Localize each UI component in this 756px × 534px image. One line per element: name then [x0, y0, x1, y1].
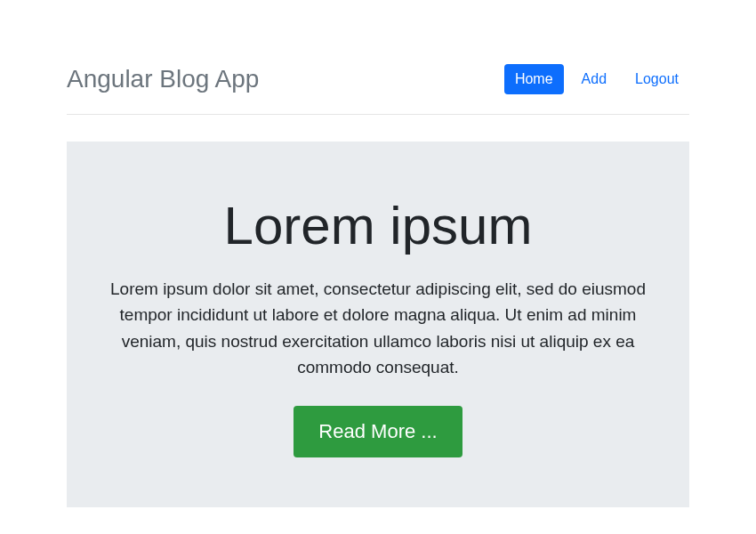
post-title: Lorem ipsum — [102, 195, 654, 256]
nav-links: Home Add Logout — [504, 64, 689, 94]
brand-title: Angular Blog App — [67, 65, 259, 93]
post-body: Lorem ipsum dolor sit amet, consectetur … — [102, 276, 654, 381]
read-more-button[interactable]: Read More ... — [294, 406, 462, 457]
page-container: Angular Blog App Home Add Logout Lorem i… — [67, 0, 689, 507]
nav-add[interactable]: Add — [571, 64, 617, 94]
nav-home[interactable]: Home — [504, 64, 564, 94]
post-card: Lorem ipsum Lorem ipsum dolor sit amet, … — [67, 142, 689, 507]
nav-logout[interactable]: Logout — [624, 64, 689, 94]
navbar: Angular Blog App Home Add Logout — [67, 64, 689, 115]
